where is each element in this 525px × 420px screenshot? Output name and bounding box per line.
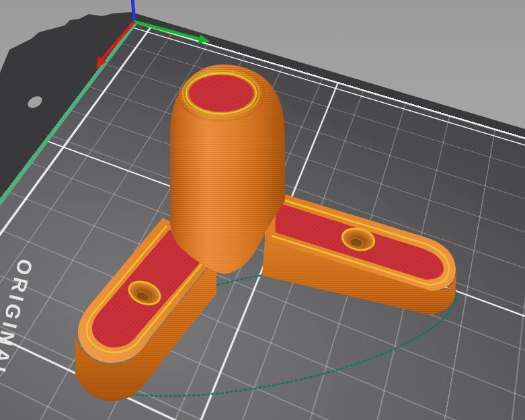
y-axis-icon	[134, 22, 199, 39]
y-axis-arrowhead-icon	[198, 35, 210, 44]
axis-indicator	[0, 0, 525, 420]
x-axis-icon	[102, 22, 134, 59]
viewport-3d[interactable]: ORIGINAL	[0, 0, 525, 420]
z-axis-icon	[132, 0, 134, 23]
